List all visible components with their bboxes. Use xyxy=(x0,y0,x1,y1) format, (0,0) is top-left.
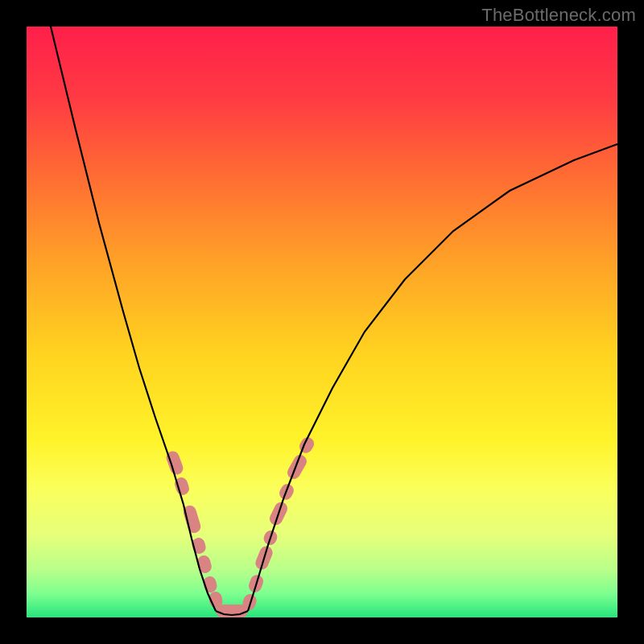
right-curve-path xyxy=(248,144,617,611)
chart-curve-svg xyxy=(27,27,617,617)
valley-floor-path xyxy=(216,611,248,615)
chart-frame xyxy=(27,27,617,617)
left-curve-path xyxy=(51,27,216,611)
watermark-text: TheBottleneck.com xyxy=(481,5,636,26)
